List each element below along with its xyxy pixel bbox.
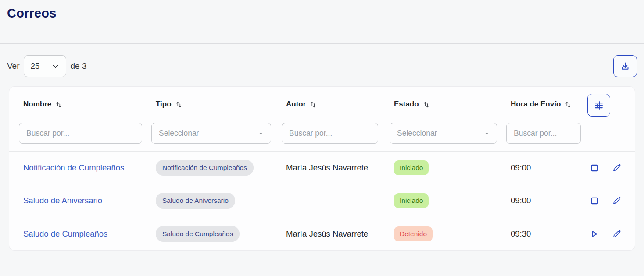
table-row: Saludo de Aniversario Saludo de Aniversa… [9, 184, 635, 217]
sort-arrows-icon[interactable] [175, 100, 183, 108]
chevron-down-icon [52, 63, 59, 70]
email-time-cell: 09:00 [502, 196, 584, 205]
pencil-icon [612, 229, 622, 239]
email-author-cell: María Jesús Navarrete [277, 229, 385, 239]
filter-cell-estado: Seleccionar [385, 123, 502, 144]
per-page-select[interactable]: 25 [24, 55, 66, 77]
email-author-cell: María Jesús Navarrete [277, 163, 385, 173]
table-filter-row: Seleccionar Seleccionar [9, 117, 635, 152]
column-header-hora-de-envio: Hora de Envío [502, 94, 584, 109]
stop-button[interactable] [591, 197, 598, 205]
column-header-tipo: Tipo [147, 94, 277, 109]
pencil-icon [612, 163, 622, 173]
sort-arrows-icon[interactable] [55, 100, 63, 108]
emails-table-card: Nombre Tipo Autor [9, 86, 635, 251]
per-page-value: 25 [31, 61, 40, 71]
status-badge: Detenido [394, 226, 433, 241]
status-badge: Iniciado [394, 160, 429, 175]
row-actions [584, 163, 630, 173]
row-actions [584, 196, 630, 205]
column-header-autor: Autor [277, 94, 385, 109]
email-name-link[interactable]: Notificación de Cumpleaños [23, 163, 124, 172]
type-badge: Saludo de Cumpleaños [156, 226, 240, 242]
page-title: Correos [7, 6, 637, 21]
page-header: Correos [0, 0, 644, 44]
column-header-actions [584, 94, 630, 117]
filter-input-nombre[interactable] [19, 123, 142, 144]
email-type-cell: Notificación de Cumpleaños [147, 160, 277, 176]
email-name-cell: Notificación de Cumpleaños [14, 163, 147, 173]
email-name-cell: Saludo de Cumpleaños [14, 229, 147, 239]
filter-cell-tipo: Seleccionar [147, 123, 277, 144]
sliders-icon [593, 99, 605, 111]
table-row: Saludo de Cumpleaños Saludo de Cumpleaño… [9, 217, 635, 250]
edit-button[interactable] [612, 163, 622, 173]
filter-select-tipo[interactable]: Seleccionar [151, 123, 271, 144]
stop-icon [591, 197, 598, 205]
sort-arrows-icon[interactable] [422, 100, 430, 108]
edit-button[interactable] [612, 229, 622, 239]
email-time-cell: 09:30 [502, 229, 584, 239]
filter-input-autor[interactable] [282, 123, 378, 144]
sort-arrows-icon[interactable] [309, 100, 317, 108]
download-button[interactable] [613, 55, 637, 77]
column-settings-button[interactable] [587, 94, 610, 117]
table-row: Notificación de Cumpleaños Notificación … [9, 152, 635, 184]
edit-button[interactable] [612, 196, 622, 205]
column-header-nombre: Nombre [14, 94, 147, 109]
play-button[interactable] [590, 230, 598, 238]
triangle-down-icon [484, 131, 490, 136]
filter-select-estado[interactable]: Seleccionar [390, 123, 497, 144]
column-header-estado: Estado [385, 94, 502, 109]
email-status-cell: Iniciado [385, 160, 502, 175]
row-actions [584, 229, 630, 239]
total-count-label: de 3 [71, 61, 87, 71]
email-time-cell: 09:00 [502, 163, 584, 173]
triangle-down-icon [258, 131, 264, 136]
email-name-cell: Saludo de Aniversario [14, 196, 147, 205]
filter-cell-nombre [14, 123, 147, 144]
filter-cell-hora [502, 123, 584, 144]
filter-input-hora-de-envio[interactable] [506, 123, 581, 144]
email-status-cell: Detenido [385, 226, 502, 241]
play-icon [590, 230, 598, 238]
email-type-cell: Saludo de Aniversario [147, 193, 277, 209]
sort-arrows-icon[interactable] [564, 100, 572, 108]
email-type-cell: Saludo de Cumpleaños [147, 226, 277, 242]
email-status-cell: Iniciado [385, 193, 502, 208]
table-controls: Ver 25 de 3 [7, 55, 637, 77]
email-name-link[interactable]: Saludo de Cumpleaños [23, 229, 107, 238]
type-badge: Notificación de Cumpleaños [156, 160, 254, 176]
per-page-label: Ver [7, 61, 20, 71]
status-badge: Iniciado [394, 193, 429, 208]
filter-cell-autor [277, 123, 385, 144]
stop-icon [591, 164, 598, 172]
type-badge: Saludo de Aniversario [156, 193, 235, 209]
download-icon [620, 61, 630, 71]
stop-button[interactable] [591, 164, 598, 172]
email-name-link[interactable]: Saludo de Aniversario [23, 196, 102, 205]
table-header-row: Nombre Tipo Autor [9, 87, 635, 117]
pencil-icon [612, 196, 622, 205]
